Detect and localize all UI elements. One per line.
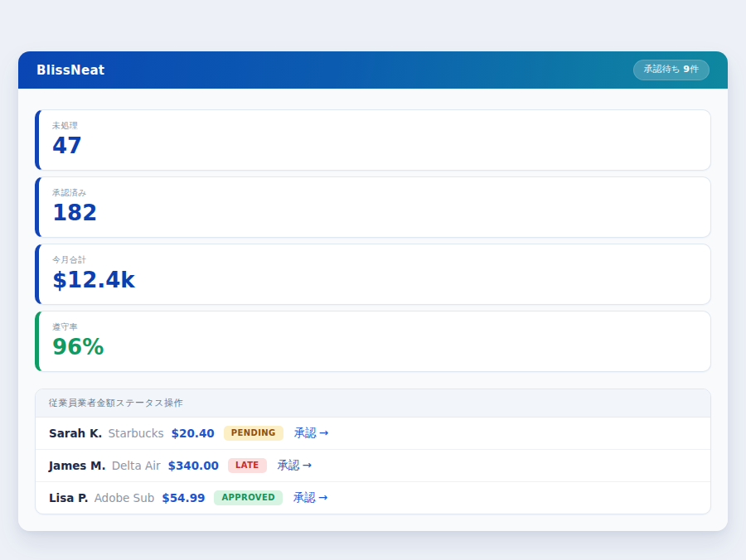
column-header-vendor: 業者 xyxy=(78,398,97,408)
status-badge: PENDING xyxy=(224,426,283,441)
column-header-status: ステータス xyxy=(116,398,165,408)
stat-card-unprocessed: 未処理 47 xyxy=(35,109,711,171)
app-title: BlissNeat xyxy=(36,63,104,78)
expense-amount: $340.00 xyxy=(168,459,220,472)
approve-link-label: 承認 xyxy=(293,490,316,504)
expense-amount: $54.99 xyxy=(162,491,205,504)
employee-name: Lisa P. xyxy=(49,491,89,504)
column-header-action: 操作 xyxy=(164,398,183,408)
stat-value: 96% xyxy=(52,336,697,360)
stat-card-compliance: 遵守率 96% xyxy=(35,311,711,372)
approve-link[interactable]: 承認→ xyxy=(293,490,327,505)
employee-name: James M. xyxy=(49,459,106,472)
arrow-right-icon: → xyxy=(319,426,328,439)
table-row: Lisa P. Adobe Sub $54.99 APPROVED 承認→ xyxy=(36,482,710,514)
arrow-right-icon: → xyxy=(318,490,327,504)
table-row: James M. Delta Air $340.00 LATE 承認→ xyxy=(36,450,710,482)
stat-value: $12.4k xyxy=(52,268,697,293)
stat-card-month-total: 今月合計 $12.4k xyxy=(35,244,711,305)
vendor-name: Delta Air xyxy=(112,459,161,472)
pending-count-label: 承認待ち xyxy=(644,64,684,75)
approve-link[interactable]: 承認→ xyxy=(278,458,312,473)
employee-name: Sarah K. xyxy=(49,427,103,440)
arrow-right-icon: → xyxy=(303,458,312,471)
app-body: 未処理 47 承認済み 182 今月合計 $12.4k 遵守率 96% 従業員業… xyxy=(18,89,728,531)
approve-link-label: 承認 xyxy=(294,426,317,439)
approve-link-label: 承認 xyxy=(278,458,300,471)
stat-label: 承認済み xyxy=(52,187,697,199)
stat-label: 遵守率 xyxy=(52,321,697,333)
pending-count-badge: 承認待ち 9件 xyxy=(633,60,710,80)
table-row: Sarah K. Starbucks $20.40 PENDING 承認→ xyxy=(36,418,710,450)
column-header-employee: 従業員 xyxy=(49,398,78,408)
status-badge: APPROVED xyxy=(214,490,282,505)
expense-amount: $20.40 xyxy=(172,427,215,440)
vendor-name: Adobe Sub xyxy=(94,491,155,504)
stat-value: 47 xyxy=(52,134,697,159)
table-header-row: 従業員業者金額ステータス操作 xyxy=(36,389,710,418)
app-card: BlissNeat 承認待ち 9件 未処理 47 承認済み 182 今月合計 $… xyxy=(18,51,728,531)
expense-table: 従業員業者金額ステータス操作 Sarah K. Starbucks $20.40… xyxy=(35,389,711,514)
stat-label: 今月合計 xyxy=(52,254,697,266)
stat-label: 未処理 xyxy=(52,120,697,132)
pending-count-unit: 件 xyxy=(690,64,699,75)
status-badge: LATE xyxy=(228,458,267,473)
vendor-name: Starbucks xyxy=(109,427,164,440)
stat-value: 182 xyxy=(52,201,697,226)
app-header: BlissNeat 承認待ち 9件 xyxy=(18,51,728,89)
approve-link[interactable]: 承認→ xyxy=(294,426,328,441)
stat-card-approved: 承認済み 182 xyxy=(35,176,711,238)
pending-count-value: 9 xyxy=(683,64,690,75)
column-header-amount: 金額 xyxy=(97,398,116,408)
page-background: { "header": { "app_name": "BlissNeat", "… xyxy=(0,0,746,560)
